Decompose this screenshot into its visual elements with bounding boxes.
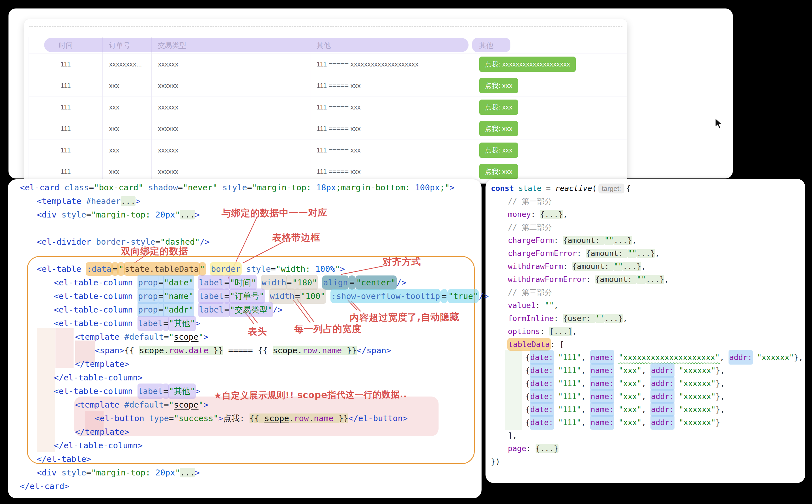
code-line: // 第一部分 <box>508 195 552 207</box>
type-cell: xxxxxx <box>152 139 310 161</box>
table-row: 111xxxxxxxxx111 ===== xxx点我: xxx <box>29 139 627 161</box>
table-row: 111xxxxxxxx...xxxxxx111 ===== xxxxxxxxxx… <box>29 53 627 75</box>
action-cell: 点我: xxx <box>473 96 627 118</box>
other-cell: 111 ===== xxxxxxxxxxxxxxxxxxxx <box>310 53 473 75</box>
code-line: {date: "111", name: "xxx", addr: "xxxxxx… <box>526 404 725 415</box>
code-line: {date: "111", name: "xxx", addr: "xxxxxx… <box>526 365 725 376</box>
code-line: // 第三部分 <box>508 287 552 298</box>
code-line: </el-card> <box>20 480 69 492</box>
table-row: 111xxxxxxxxx111 ===== xxx点我: xxx <box>29 96 627 118</box>
column-header: 订单号 <box>103 37 152 53</box>
code-line: }) <box>491 456 500 468</box>
action-cell: 点我: xxx <box>473 118 627 139</box>
code-line: formInline: {user: ''...}, <box>508 313 628 324</box>
date-cell: 111 <box>29 118 103 139</box>
code-line: {date: "111", name: "xxx", addr: "xxxxxx… <box>526 391 725 402</box>
column-header: 其他 <box>473 37 627 53</box>
annotation-label: 双向绑定的数据 <box>121 245 188 258</box>
date-cell: 111 <box>29 53 103 75</box>
code-line: money: {...}, <box>508 208 568 220</box>
order-cell: xxxxxxxx... <box>103 53 152 75</box>
annotation-label: 与绑定的数据中一一对应 <box>221 206 327 220</box>
code-line: <el-table :data="state.tableData" border… <box>37 263 345 275</box>
row-action-button[interactable]: 点我: xxx <box>479 100 518 115</box>
dashed-divider <box>29 26 623 27</box>
code-line: <el-button type="success">点我: {{ scope.r… <box>95 412 408 425</box>
action-cell: 点我: xxxxxxxxxxxxxxxxxxxx <box>473 53 627 75</box>
type-cell: xxxxxx <box>152 75 310 96</box>
type-cell: xxxxxx <box>152 96 310 118</box>
row-action-button[interactable]: 点我: xxx <box>479 121 518 136</box>
screenshot-root: 时间订单号交易类型其他其他 111xxxxxxxx...xxxxxx111 ==… <box>0 0 812 504</box>
code-line: chargeFormError: {amount: ""...}, <box>508 247 660 259</box>
date-cell: 111 <box>29 139 103 161</box>
code-line: <div style="margin-top: 20px"...> <box>37 208 200 221</box>
code-line: <el-card class="box-card" shadow="never"… <box>20 181 455 194</box>
other-cell: 111 ===== xxx <box>310 139 473 161</box>
annotation-label: 每一列占的宽度 <box>294 322 361 336</box>
code-line: </el-table-column> <box>54 439 143 452</box>
code-line: withdrawFormError: {amount: ""...}, <box>508 273 669 285</box>
row-action-button[interactable]: 点我: xxx <box>479 78 518 93</box>
order-cell: xxx <box>103 96 152 118</box>
code-line: <el-table-column label="其他"> <box>54 385 200 397</box>
code-line: withdrawForm: {amount: ""...}, <box>508 260 646 272</box>
code-line: page: {...} <box>508 443 559 455</box>
annotation-label: 内容超过宽度了,自动隐藏 <box>350 311 460 324</box>
column-header: 其他 <box>310 37 473 53</box>
date-cell: 111 <box>29 96 103 118</box>
order-cell: xxx <box>103 118 152 139</box>
code-line: ], <box>508 430 517 441</box>
code-line: tableData: [ <box>508 339 564 350</box>
el-table-preview: 时间订单号交易类型其他其他 111xxxxxxxx...xxxxxx111 ==… <box>29 37 627 182</box>
code-line: <el-table-column label="其他"> <box>54 317 200 329</box>
type-cell: xxxxxx <box>152 118 310 139</box>
code-line: <span>{{ scope.row.date }} ===== {{ scop… <box>95 344 391 357</box>
other-cell: 111 ===== xxx <box>310 96 473 118</box>
column-header: 时间 <box>29 37 103 53</box>
code-line: <el-table-column prop="date" label="时间" … <box>54 276 406 289</box>
annotation-label: 表头 <box>248 325 267 338</box>
row-action-button[interactable]: 点我: xxx <box>479 143 518 158</box>
action-cell: 点我: xxx <box>473 75 627 96</box>
annotation-label: ★自定义展示规则!! scope指代这一行的数据.. <box>214 389 407 402</box>
code-line: <template #default="scope"> <box>75 331 208 343</box>
type-cell: xxxxxx <box>152 53 310 75</box>
code-line: // 第二部分 <box>508 221 552 233</box>
annotation-label: 对齐方式 <box>382 255 421 268</box>
table-header-row: 时间订单号交易类型其他其他 <box>29 37 627 53</box>
code-line: <template #default="scope"> <box>75 399 208 411</box>
code-line: const state = reactive(target:{ <box>491 182 631 194</box>
order-cell: xxx <box>103 75 152 96</box>
code-line: </template> <box>75 426 129 438</box>
column-header: 交易类型 <box>152 37 310 53</box>
row-action-button[interactable]: 点我: xxx <box>479 164 518 179</box>
code-line: chargeForm: {amount: ""...}, <box>508 234 637 246</box>
code-line: <el-table-column prop="addr" label="交易类型… <box>54 303 283 316</box>
code-line: <div style="margin-top: 20px"...> <box>37 466 200 479</box>
other-cell: 111 ===== xxx <box>310 118 473 139</box>
code-line: {date: "111", name: "xxx", addr: "xxxxxx… <box>526 417 720 428</box>
action-cell: 点我: xxx <box>473 139 627 161</box>
code-line: <template #header...> <box>37 195 141 207</box>
row-action-button[interactable]: 点我: xxxxxxxxxxxxxxxxxxxx <box>479 57 576 72</box>
code-line: {date: "111", name: "xxx", addr: "xxxxxx… <box>526 378 725 389</box>
other-cell: 111 ===== xxx <box>310 75 473 96</box>
mouse-cursor-icon <box>715 118 725 132</box>
code-line: <el-table-column prop="name" label="订单号"… <box>54 290 489 302</box>
code-line: {date: "111", name: "xxxxxxxxxxxxxxxxxxx… <box>526 352 803 363</box>
code-line: </template> <box>75 358 129 370</box>
order-cell: xxx <box>103 139 152 161</box>
annotation-label: 表格带边框 <box>272 231 320 244</box>
date-cell: 111 <box>29 75 103 96</box>
code-line: </el-table-column> <box>54 371 143 384</box>
preview-window: 时间订单号交易类型其他其他 111xxxxxxxx...xxxxxx111 ==… <box>8 8 733 178</box>
code-line: </el-table> <box>37 453 91 465</box>
table-row: 111xxxxxxxxx111 ===== xxx点我: xxx <box>29 118 627 139</box>
code-line: options: [...], <box>508 326 577 337</box>
code-line: value1: "", <box>508 300 559 311</box>
table-row: 111xxxxxxxxx111 ===== xxx点我: xxx <box>29 75 627 96</box>
rendered-el-card: 时间订单号交易类型其他其他 111xxxxxxxx...xxxxxx111 ==… <box>24 19 627 184</box>
